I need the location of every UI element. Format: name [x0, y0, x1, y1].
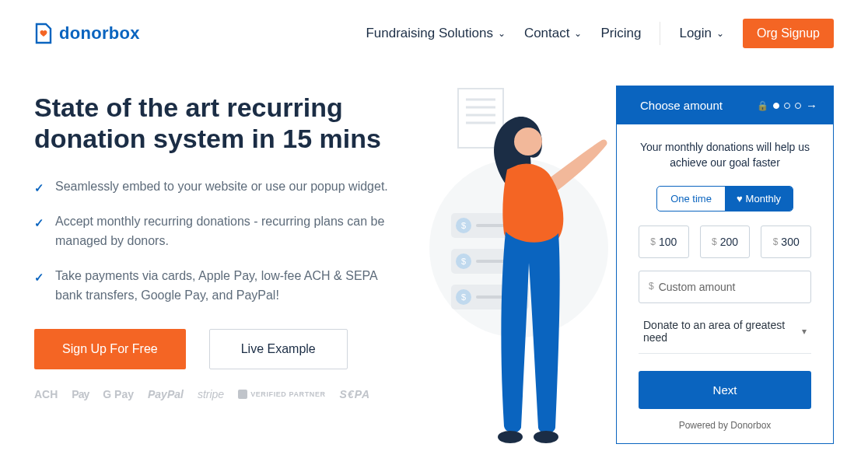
- nav-label: Login: [679, 26, 712, 41]
- person-illustration: [484, 107, 616, 449]
- form-header: Choose amount 🔒 →: [617, 86, 833, 124]
- step-dot-active: [773, 103, 779, 109]
- stripe-logo: stripe: [198, 388, 224, 400]
- donation-form: Choose amount 🔒 → Your monthly donations…: [616, 86, 834, 444]
- arrow-right-icon: →: [806, 99, 817, 112]
- next-button[interactable]: Next: [639, 371, 811, 409]
- nav-pricing[interactable]: Pricing: [600, 26, 641, 41]
- form-header-title: Choose amount: [640, 99, 723, 112]
- nav-label: Fundraising Solutions: [366, 26, 492, 41]
- sepa-logo: S€PA: [340, 388, 371, 400]
- logo-text: donorbox: [59, 23, 140, 44]
- frequency-toggle: One time ♥ Monthly: [656, 186, 793, 212]
- ach-logo: ACH: [34, 388, 58, 400]
- check-icon: ✓: [34, 214, 44, 251]
- nav-contact[interactable]: Contact ⌄: [524, 26, 583, 41]
- feature-item: ✓ Take payments via cards, Apple Pay, lo…: [34, 267, 392, 306]
- custom-amount-input[interactable]: $ Custom amount: [639, 271, 811, 303]
- nav-fundraising[interactable]: Fundraising Solutions ⌄: [366, 26, 505, 41]
- designation-dropdown[interactable]: Donate to an area of greatest need ▾: [639, 308, 811, 354]
- chevron-down-icon: ⌄: [716, 28, 724, 39]
- apple-pay-logo: Pay: [72, 388, 89, 400]
- currency-symbol: $: [649, 281, 654, 293]
- hero-illustration: $ $ $: [414, 92, 834, 400]
- svg-point-6: [498, 431, 523, 443]
- lock-icon: 🔒: [757, 100, 768, 111]
- amount-100[interactable]: $100: [639, 226, 689, 258]
- nav-label: Contact: [524, 26, 570, 41]
- top-nav: donorbox Fundraising Solutions ⌄ Contact…: [34, 19, 834, 48]
- feature-item: ✓ Seamlessly embed to your website or us…: [34, 177, 392, 197]
- powered-by: Powered by Donorbox: [639, 420, 811, 431]
- logo-icon: [34, 23, 53, 44]
- heart-icon: ♥: [737, 193, 743, 205]
- step-dot: [784, 103, 790, 109]
- google-pay-logo: G Pay: [103, 388, 134, 400]
- check-icon: ✓: [34, 268, 44, 306]
- form-subtitle: Your monthly donations will help us achi…: [639, 140, 811, 170]
- org-signup-button[interactable]: Org Signup: [743, 19, 834, 48]
- step-dot: [795, 103, 801, 109]
- amount-300[interactable]: $300: [761, 226, 811, 258]
- check-icon: ✓: [34, 179, 44, 197]
- feature-text: Seamlessly embed to your website or use …: [55, 177, 388, 197]
- payment-logos: ACH Pay G Pay PayPal stripe VERIFIED PAR…: [34, 388, 392, 400]
- feature-text: Accept monthly recurring donations - rec…: [55, 212, 392, 251]
- nav-login[interactable]: Login ⌄: [679, 26, 724, 41]
- chevron-down-icon: ⌄: [498, 28, 506, 39]
- chevron-down-icon: ▾: [802, 326, 807, 337]
- feature-text: Take payments via cards, Apple Pay, low-…: [55, 267, 392, 306]
- frequency-monthly[interactable]: ♥ Monthly: [725, 187, 793, 211]
- feature-item: ✓ Accept monthly recurring donations - r…: [34, 212, 392, 251]
- nav-label: Pricing: [600, 26, 641, 41]
- dropdown-label: Donate to an area of greatest need: [643, 319, 802, 344]
- svg-point-5: [514, 128, 542, 156]
- paypal-logo: PayPal: [148, 388, 184, 400]
- divider: [660, 22, 660, 45]
- signup-free-button[interactable]: Sign Up For Free: [34, 329, 186, 369]
- verified-partner-badge: VERIFIED PARTNER: [238, 390, 325, 399]
- chevron-down-icon: ⌄: [574, 28, 582, 39]
- logo[interactable]: donorbox: [34, 23, 140, 44]
- frequency-onetime[interactable]: One time: [657, 187, 725, 211]
- hero-title: State of the art recurring donation syst…: [34, 92, 392, 154]
- custom-amount-placeholder: Custom amount: [659, 281, 736, 293]
- amount-200[interactable]: $200: [700, 226, 751, 258]
- live-example-button[interactable]: Live Example: [209, 329, 348, 369]
- nav-right: Fundraising Solutions ⌄ Contact ⌄ Pricin…: [366, 19, 834, 48]
- step-indicator: 🔒 →: [757, 99, 817, 112]
- svg-point-7: [534, 431, 558, 443]
